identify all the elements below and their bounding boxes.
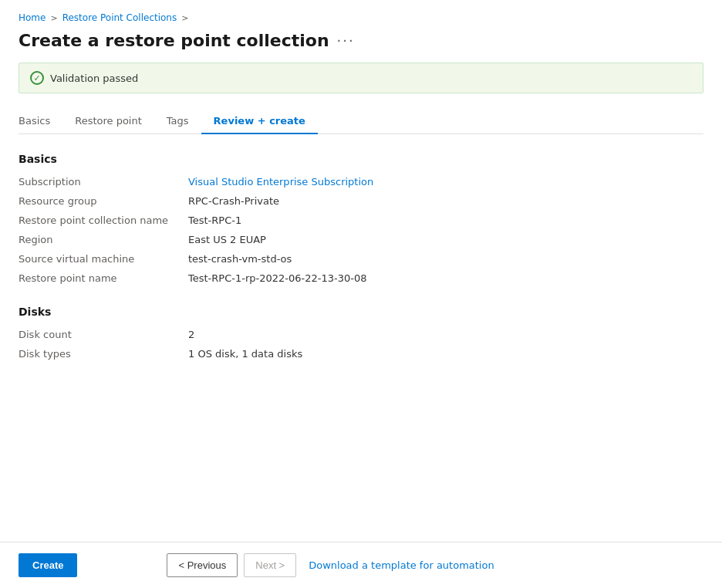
disk-count-label: Disk count — [19, 329, 188, 340]
validation-icon: ✓ — [30, 71, 44, 85]
previous-button[interactable]: < Previous — [167, 553, 238, 577]
basics-kv-grid: Subscription Visual Studio Enterprise Su… — [19, 176, 703, 284]
more-options-icon[interactable]: ··· — [337, 32, 355, 49]
page-wrapper: Home > Restore Point Collections > Creat… — [0, 0, 722, 588]
tabs-container: Basics Restore point Tags Review + creat… — [19, 109, 703, 134]
validation-banner: ✓ Validation passed — [19, 63, 703, 93]
region-label: Region — [19, 234, 188, 245]
tab-review-create[interactable]: Review + create — [201, 109, 318, 134]
breadcrumb: Home > Restore Point Collections > — [19, 12, 703, 23]
resource-group-label: Resource group — [19, 195, 188, 207]
page-title: Create a restore point collection — [19, 31, 329, 50]
disk-types-label: Disk types — [19, 348, 188, 360]
rp-name-label: Restore point name — [19, 272, 188, 284]
disks-section: Disks Disk count 2 Disk types 1 OS disk,… — [19, 306, 703, 360]
disk-types-value: 1 OS disk, 1 data disks — [188, 348, 703, 360]
rpc-name-value: Test-RPC-1 — [188, 215, 703, 226]
footer: Create < Previous Next > Download a temp… — [0, 542, 722, 588]
basics-section: Basics Subscription Visual Studio Enterp… — [19, 153, 703, 284]
breadcrumb-sep2: > — [181, 13, 188, 23]
basics-section-title: Basics — [19, 153, 703, 165]
disks-kv-grid: Disk count 2 Disk types 1 OS disk, 1 dat… — [19, 329, 703, 360]
page-title-row: Create a restore point collection ··· — [19, 31, 703, 50]
region-value: East US 2 EUAP — [188, 234, 703, 245]
rp-name-value: Test-RPC-1-rp-2022-06-22-13-30-08 — [188, 272, 703, 284]
resource-group-value: RPC-Crash-Private — [188, 195, 703, 207]
next-button[interactable]: Next > — [244, 553, 296, 577]
tab-restore-point[interactable]: Restore point — [62, 109, 154, 134]
breadcrumb-sep1: > — [50, 13, 57, 23]
automation-link[interactable]: Download a template for automation — [309, 559, 494, 571]
validation-message: Validation passed — [50, 73, 138, 84]
tab-tags[interactable]: Tags — [154, 109, 201, 134]
rpc-name-label: Restore point collection name — [19, 215, 188, 226]
subscription-label: Subscription — [19, 176, 188, 188]
breadcrumb-home[interactable]: Home — [19, 12, 46, 23]
disk-count-value: 2 — [188, 329, 703, 340]
main-content: Home > Restore Point Collections > Creat… — [0, 0, 722, 542]
disks-section-title: Disks — [19, 306, 703, 318]
create-button[interactable]: Create — [19, 553, 77, 577]
source-vm-label: Source virtual machine — [19, 253, 188, 265]
source-vm-value: test-crash-vm-std-os — [188, 253, 703, 265]
subscription-value: Visual Studio Enterprise Subscription — [188, 176, 703, 188]
tab-basics[interactable]: Basics — [19, 109, 62, 134]
breadcrumb-restore-point-collections[interactable]: Restore Point Collections — [62, 12, 177, 23]
